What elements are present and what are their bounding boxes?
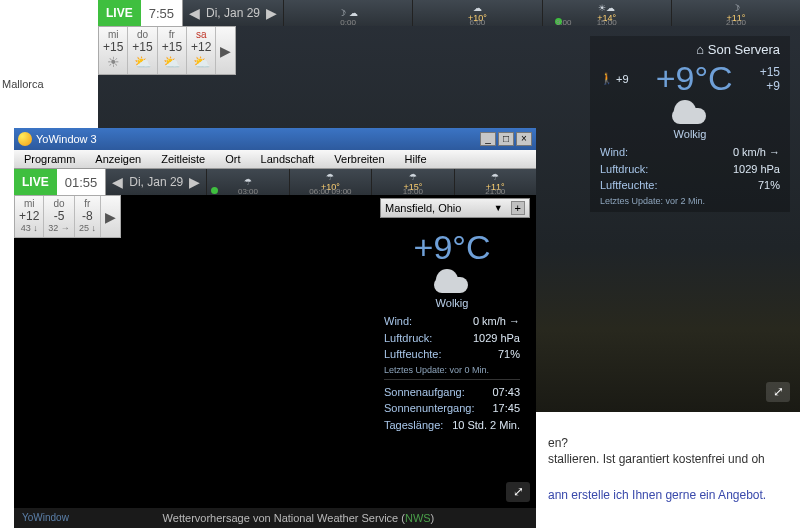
fg-topstrip: LIVE 01:55 ◀ Di, Jan 29 ▶ ☂03:00 ☂+10°06… xyxy=(14,169,536,195)
cloud-icon xyxy=(670,100,710,124)
fg-next-day-icon[interactable]: ▶ xyxy=(189,174,200,190)
sidebar-text: Mallorca xyxy=(2,78,44,90)
app-icon xyxy=(18,132,32,146)
live-badge[interactable]: LIVE xyxy=(98,0,141,26)
fg-fullscreen-icon[interactable]: ⤢ xyxy=(506,482,530,502)
menu-programm[interactable]: Programm xyxy=(14,150,85,168)
home-icon: ⌂ xyxy=(696,42,704,57)
fg-prev-day-icon[interactable]: ◀ xyxy=(112,174,123,190)
yowindow-window: YoWindow 3 _ □ × Programm Anzeigen Zeitl… xyxy=(14,128,536,528)
chevron-down-icon[interactable]: ▼ xyxy=(494,203,503,213)
add-location-button[interactable]: + xyxy=(511,201,525,215)
fg-date-nav[interactable]: ◀ Di, Jan 29 ▶ xyxy=(106,169,206,195)
fg-date: Di, Jan 29 xyxy=(129,175,183,189)
minimize-button[interactable]: _ xyxy=(480,132,496,146)
source-label: Wettervorhersage von National Weather Se… xyxy=(163,512,435,524)
bg-weather-panel: ⌂ Son Servera 🚶+9 +9°C +15+9 Wolkig Wind… xyxy=(590,36,790,212)
fg-weather-panel: +9°C Wolkig Wind:0 km/h → Luftdruck:1029… xyxy=(374,220,530,439)
menubar[interactable]: Programm Anzeigen Zeitleiste Ort Landsch… xyxy=(14,150,536,169)
fg-forecast-row[interactable]: mi+1243 ↓ do-532 → fr-825 ↓ ▶ xyxy=(14,195,121,238)
bg-text-2: stallieren. Ist garantiert kostenfrei un… xyxy=(548,452,765,466)
bg-date: Di, Jan 29 xyxy=(206,6,260,20)
fg-cloud-icon xyxy=(432,269,472,293)
menu-hilfe[interactable]: Hilfe xyxy=(395,150,437,168)
statusbar: YoWindow Wettervorhersage von National W… xyxy=(14,508,536,528)
close-button[interactable]: × xyxy=(516,132,532,146)
maximize-button[interactable]: □ xyxy=(498,132,514,146)
fg-live-badge[interactable]: LIVE xyxy=(14,169,57,195)
bg-topstrip: LIVE 7:55 ◀ Di, Jan 29 ▶ ☽ ☁0:00 ☁+10°6:… xyxy=(98,0,800,26)
bg-temperature: +9°C xyxy=(656,59,733,98)
fullscreen-icon[interactable]: ⤢ xyxy=(766,382,790,402)
menu-anzeigen[interactable]: Anzeigen xyxy=(85,150,151,168)
bg-timeline[interactable]: ☽ ☁0:00 ☁+10°6:009:00 ☀☁+14°15:00 ☽+11°2… xyxy=(283,0,800,26)
fg-update: Letztes Update: vor 0 Min. xyxy=(384,365,520,375)
nws-link[interactable]: NWS xyxy=(405,512,431,524)
fg-time: 01:55 xyxy=(57,169,107,195)
prev-day-icon[interactable]: ◀ xyxy=(189,5,200,21)
fg-timeline[interactable]: ☂03:00 ☂+10°06:00 09:00 ☂+15°15:00 ☂+11°… xyxy=(206,169,536,195)
fg-forecast-next-icon[interactable]: ▶ xyxy=(101,196,120,237)
bg-forecast-row[interactable]: mi+15☀ do+15⛅ fr+15⛅ sa+12⛅ ▶ xyxy=(98,26,236,75)
window-title: YoWindow 3 xyxy=(36,133,97,145)
forecast-next-icon[interactable]: ▶ xyxy=(216,27,235,74)
person-icon: 🚶 xyxy=(600,72,614,85)
location-value: Mansfield, Ohio xyxy=(385,202,461,214)
bg-time: 7:55 xyxy=(141,0,183,26)
menu-ort[interactable]: Ort xyxy=(215,150,250,168)
bg-location: ⌂ Son Servera xyxy=(600,42,780,57)
titlebar[interactable]: YoWindow 3 _ □ × xyxy=(14,128,536,150)
bg-text-link[interactable]: ann erstelle ich Ihnen gerne ein Angebot… xyxy=(548,488,766,502)
menu-zeitleiste[interactable]: Zeitleiste xyxy=(151,150,215,168)
bg-text-1: en? xyxy=(548,436,568,450)
location-dropdown[interactable]: Mansfield, Ohio ▼ + xyxy=(380,198,530,218)
menu-verbreiten[interactable]: Verbreiten xyxy=(324,150,394,168)
bg-update: Letztes Update: vor 2 Min. xyxy=(600,196,780,206)
brand-label: YoWindow xyxy=(22,512,69,524)
next-day-icon[interactable]: ▶ xyxy=(266,5,277,21)
fg-condition: Wolkig xyxy=(384,297,520,309)
feels-like: 🚶+9 xyxy=(600,72,629,85)
bg-condition: Wolkig xyxy=(600,128,780,140)
menu-landschaft[interactable]: Landschaft xyxy=(251,150,325,168)
fg-temperature: +9°C xyxy=(384,228,520,267)
bg-date-nav[interactable]: ◀ Di, Jan 29 ▶ xyxy=(183,0,283,26)
